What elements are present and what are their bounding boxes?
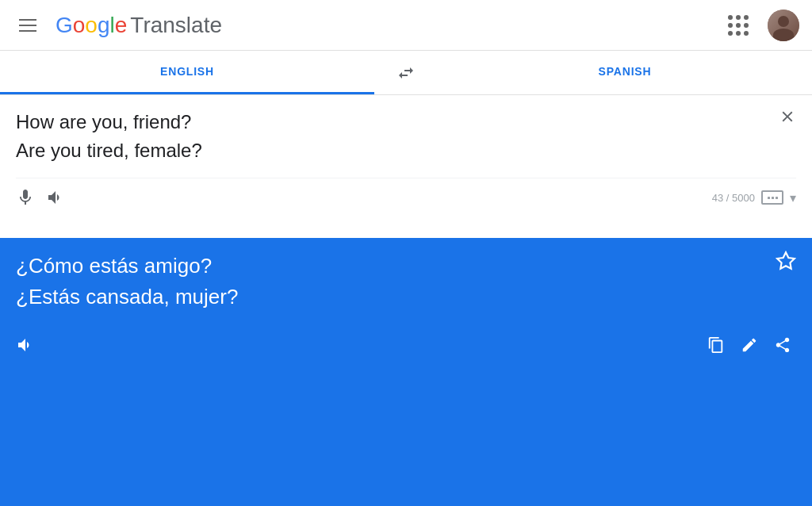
hamburger-menu-button[interactable] bbox=[13, 13, 43, 38]
translation-volume-icon bbox=[16, 335, 35, 355]
header: Google Translate bbox=[0, 0, 812, 51]
source-volume-button[interactable] bbox=[46, 185, 73, 210]
copy-icon bbox=[707, 336, 725, 354]
source-panel: How are you, friend? Are you tired, fema… bbox=[0, 95, 812, 238]
char-count-text: 43 / 5000 bbox=[712, 192, 755, 204]
swap-languages-button[interactable] bbox=[374, 63, 438, 82]
header-right bbox=[722, 9, 799, 42]
close-icon bbox=[779, 108, 796, 125]
translation-line2: ¿Estás cansada, mujer? bbox=[16, 282, 796, 312]
source-text-line2: Are you tired, female? bbox=[16, 140, 202, 161]
translation-actions bbox=[703, 332, 796, 358]
target-language-button[interactable]: SPANISH bbox=[438, 51, 812, 94]
clear-input-button[interactable] bbox=[779, 108, 796, 128]
logo-google: Google bbox=[56, 13, 127, 38]
pencil-icon bbox=[741, 336, 758, 354]
share-translation-button[interactable] bbox=[769, 332, 796, 358]
volume-icon bbox=[46, 188, 65, 207]
microphone-icon bbox=[16, 188, 35, 207]
logo-translate-text: Translate bbox=[130, 13, 222, 38]
save-translation-button[interactable] bbox=[776, 251, 796, 276]
logo: Google Translate bbox=[56, 13, 222, 38]
swap-icon bbox=[396, 63, 416, 82]
header-left: Google Translate bbox=[13, 13, 222, 38]
star-icon bbox=[776, 251, 796, 271]
source-language-button[interactable]: ENGLISH bbox=[0, 51, 374, 94]
input-options-button[interactable]: ▾ bbox=[790, 190, 796, 205]
edit-translation-button[interactable] bbox=[736, 332, 763, 358]
target-language-label: SPANISH bbox=[599, 65, 652, 78]
copy-translation-button[interactable] bbox=[703, 332, 730, 358]
avatar-image bbox=[768, 10, 799, 41]
source-speak-button[interactable] bbox=[16, 185, 43, 210]
share-icon bbox=[774, 336, 791, 354]
apps-button[interactable] bbox=[722, 9, 755, 42]
char-count-display: 43 / 5000 ▾ bbox=[712, 190, 796, 205]
translation-speak-button[interactable] bbox=[16, 332, 43, 358]
language-bar: ENGLISH SPANISH bbox=[0, 51, 812, 95]
source-language-label: ENGLISH bbox=[160, 65, 214, 78]
account-avatar[interactable] bbox=[768, 10, 799, 41]
source-footer: 43 / 5000 ▾ bbox=[16, 178, 796, 213]
content-area: How are you, friend? Are you tired, fema… bbox=[0, 95, 812, 506]
translated-text: ¿Cómo estás amigo? ¿Estás cansada, mujer… bbox=[16, 251, 796, 312]
translation-line1: ¿Cómo estás amigo? bbox=[16, 251, 796, 282]
source-text-display[interactable]: How are you, friend? Are you tired, fema… bbox=[16, 108, 764, 171]
keyboard-icon bbox=[761, 190, 783, 205]
svg-marker-0 bbox=[777, 252, 795, 269]
translation-footer bbox=[16, 319, 796, 358]
translation-panel: ¿Cómo estás amigo? ¿Estás cansada, mujer… bbox=[0, 238, 812, 506]
source-text-line1: How are you, friend? bbox=[16, 111, 191, 132]
